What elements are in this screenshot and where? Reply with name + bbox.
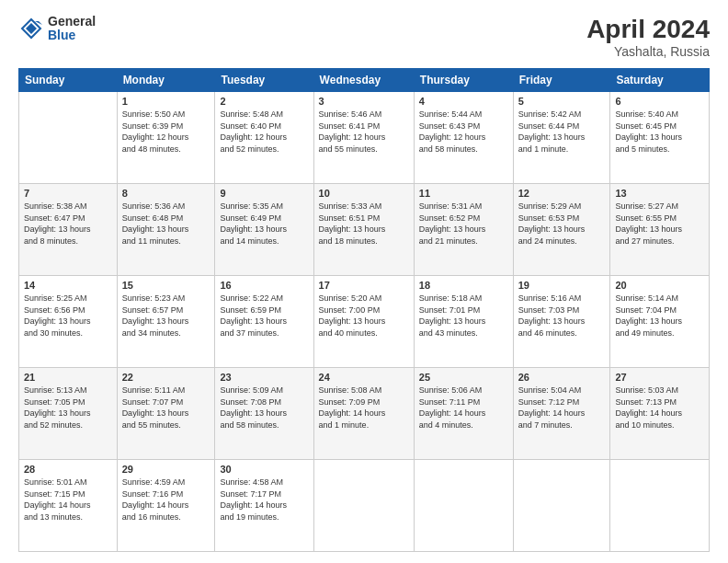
day-number: 21 — [24, 372, 112, 383]
day-info: Sunrise: 5:27 AM Sunset: 6:55 PM Dayligh… — [615, 201, 704, 247]
calendar-cell: 10Sunrise: 5:33 AM Sunset: 6:51 PM Dayli… — [313, 184, 414, 276]
calendar-cell: 28Sunrise: 5:01 AM Sunset: 7:15 PM Dayli… — [19, 460, 118, 552]
day-number: 24 — [319, 372, 409, 383]
calendar-cell — [513, 460, 610, 552]
day-info: Sunrise: 5:50 AM Sunset: 6:39 PM Dayligh… — [122, 109, 210, 155]
day-number: 27 — [615, 372, 704, 383]
calendar-cell: 23Sunrise: 5:09 AM Sunset: 7:08 PM Dayli… — [215, 368, 313, 460]
day-number: 17 — [319, 280, 409, 291]
day-number: 20 — [615, 280, 704, 291]
day-info: Sunrise: 5:18 AM Sunset: 7:01 PM Dayligh… — [419, 293, 508, 339]
day-number: 5 — [518, 96, 606, 107]
calendar-cell: 25Sunrise: 5:06 AM Sunset: 7:11 PM Dayli… — [414, 368, 513, 460]
day-number: 11 — [419, 188, 508, 199]
day-number: 19 — [518, 280, 606, 291]
day-info: Sunrise: 4:58 AM Sunset: 7:17 PM Dayligh… — [220, 477, 308, 523]
day-number: 25 — [419, 372, 508, 383]
col-saturday: Saturday — [610, 69, 710, 92]
day-number: 22 — [122, 372, 210, 383]
page: General Blue April 2024 Yashalta, Russia… — [0, 0, 728, 563]
calendar-cell: 27Sunrise: 5:03 AM Sunset: 7:13 PM Dayli… — [610, 368, 710, 460]
day-info: Sunrise: 5:36 AM Sunset: 6:48 PM Dayligh… — [122, 201, 210, 247]
calendar-row-2: 7Sunrise: 5:38 AM Sunset: 6:47 PM Daylig… — [19, 184, 710, 276]
day-info: Sunrise: 5:22 AM Sunset: 6:59 PM Dayligh… — [220, 293, 308, 339]
day-number: 26 — [518, 372, 606, 383]
calendar-row-4: 21Sunrise: 5:13 AM Sunset: 7:05 PM Dayli… — [19, 368, 710, 460]
day-number: 2 — [220, 96, 308, 107]
calendar-cell — [19, 92, 118, 184]
col-thursday: Thursday — [414, 69, 513, 92]
day-info: Sunrise: 5:23 AM Sunset: 6:57 PM Dayligh… — [122, 293, 210, 339]
col-sunday: Sunday — [19, 69, 118, 92]
calendar-cell: 17Sunrise: 5:20 AM Sunset: 7:00 PM Dayli… — [313, 276, 414, 368]
calendar-cell: 18Sunrise: 5:18 AM Sunset: 7:01 PM Dayli… — [414, 276, 513, 368]
calendar-cell: 11Sunrise: 5:31 AM Sunset: 6:52 PM Dayli… — [414, 184, 513, 276]
day-number: 12 — [518, 188, 606, 199]
day-number: 6 — [615, 96, 704, 107]
day-info: Sunrise: 5:09 AM Sunset: 7:08 PM Dayligh… — [220, 385, 308, 431]
logo-icon — [18, 16, 44, 41]
calendar-cell: 30Sunrise: 4:58 AM Sunset: 7:17 PM Dayli… — [215, 460, 313, 552]
day-info: Sunrise: 5:06 AM Sunset: 7:11 PM Dayligh… — [419, 385, 508, 431]
logo-blue-text: Blue — [48, 29, 96, 42]
day-number: 14 — [24, 280, 112, 291]
calendar-cell: 20Sunrise: 5:14 AM Sunset: 7:04 PM Dayli… — [610, 276, 710, 368]
day-info: Sunrise: 5:08 AM Sunset: 7:09 PM Dayligh… — [319, 385, 409, 431]
day-number: 8 — [122, 188, 210, 199]
day-info: Sunrise: 5:42 AM Sunset: 6:44 PM Dayligh… — [518, 109, 606, 155]
day-number: 9 — [220, 188, 308, 199]
day-info: Sunrise: 5:29 AM Sunset: 6:53 PM Dayligh… — [518, 201, 606, 247]
day-number: 30 — [220, 464, 308, 475]
calendar-cell: 22Sunrise: 5:11 AM Sunset: 7:07 PM Dayli… — [117, 368, 215, 460]
calendar-cell: 29Sunrise: 4:59 AM Sunset: 7:16 PM Dayli… — [117, 460, 215, 552]
calendar-cell — [313, 460, 414, 552]
location: Yashalta, Russia — [586, 44, 710, 59]
day-info: Sunrise: 5:04 AM Sunset: 7:12 PM Dayligh… — [518, 385, 606, 431]
col-wednesday: Wednesday — [313, 69, 414, 92]
calendar-cell: 8Sunrise: 5:36 AM Sunset: 6:48 PM Daylig… — [117, 184, 215, 276]
calendar-cell: 24Sunrise: 5:08 AM Sunset: 7:09 PM Dayli… — [313, 368, 414, 460]
day-number: 16 — [220, 280, 308, 291]
header: General Blue April 2024 Yashalta, Russia — [18, 15, 710, 59]
day-info: Sunrise: 5:31 AM Sunset: 6:52 PM Dayligh… — [419, 201, 508, 247]
calendar-cell: 6Sunrise: 5:40 AM Sunset: 6:45 PM Daylig… — [610, 92, 710, 184]
day-info: Sunrise: 5:33 AM Sunset: 6:51 PM Dayligh… — [319, 201, 409, 247]
title-block: April 2024 Yashalta, Russia — [586, 15, 710, 59]
header-row: Sunday Monday Tuesday Wednesday Thursday… — [19, 69, 710, 92]
day-info: Sunrise: 5:16 AM Sunset: 7:03 PM Dayligh… — [518, 293, 606, 339]
day-info: Sunrise: 4:59 AM Sunset: 7:16 PM Dayligh… — [122, 477, 210, 523]
day-number: 23 — [220, 372, 308, 383]
calendar-table: Sunday Monday Tuesday Wednesday Thursday… — [18, 68, 710, 552]
day-number: 13 — [615, 188, 704, 199]
calendar-cell: 3Sunrise: 5:46 AM Sunset: 6:41 PM Daylig… — [313, 92, 414, 184]
day-info: Sunrise: 5:13 AM Sunset: 7:05 PM Dayligh… — [24, 385, 112, 431]
day-info: Sunrise: 5:48 AM Sunset: 6:40 PM Dayligh… — [220, 109, 308, 155]
day-info: Sunrise: 5:46 AM Sunset: 6:41 PM Dayligh… — [319, 109, 409, 155]
calendar-cell: 9Sunrise: 5:35 AM Sunset: 6:49 PM Daylig… — [215, 184, 313, 276]
day-number: 4 — [419, 96, 508, 107]
calendar-cell: 21Sunrise: 5:13 AM Sunset: 7:05 PM Dayli… — [19, 368, 118, 460]
calendar-cell — [414, 460, 513, 552]
calendar-cell: 16Sunrise: 5:22 AM Sunset: 6:59 PM Dayli… — [215, 276, 313, 368]
logo-text: General Blue — [48, 15, 96, 43]
calendar-cell: 19Sunrise: 5:16 AM Sunset: 7:03 PM Dayli… — [513, 276, 610, 368]
svg-marker-2 — [26, 23, 37, 34]
day-info: Sunrise: 5:35 AM Sunset: 6:49 PM Dayligh… — [220, 201, 308, 247]
day-info: Sunrise: 5:11 AM Sunset: 7:07 PM Dayligh… — [122, 385, 210, 431]
day-number: 1 — [122, 96, 210, 107]
col-tuesday: Tuesday — [215, 69, 313, 92]
logo-general-text: General — [48, 15, 96, 29]
day-number: 15 — [122, 280, 210, 291]
day-info: Sunrise: 5:20 AM Sunset: 7:00 PM Dayligh… — [319, 293, 409, 339]
calendar-cell: 14Sunrise: 5:25 AM Sunset: 6:56 PM Dayli… — [19, 276, 118, 368]
month-title: April 2024 — [586, 15, 710, 44]
day-info: Sunrise: 5:01 AM Sunset: 7:15 PM Dayligh… — [24, 477, 112, 523]
calendar-cell: 26Sunrise: 5:04 AM Sunset: 7:12 PM Dayli… — [513, 368, 610, 460]
calendar-cell: 1Sunrise: 5:50 AM Sunset: 6:39 PM Daylig… — [117, 92, 215, 184]
day-number: 28 — [24, 464, 112, 475]
calendar-row-1: 1Sunrise: 5:50 AM Sunset: 6:39 PM Daylig… — [19, 92, 710, 184]
calendar-row-3: 14Sunrise: 5:25 AM Sunset: 6:56 PM Dayli… — [19, 276, 710, 368]
day-number: 7 — [24, 188, 112, 199]
day-number: 3 — [319, 96, 409, 107]
logo: General Blue — [18, 15, 96, 43]
